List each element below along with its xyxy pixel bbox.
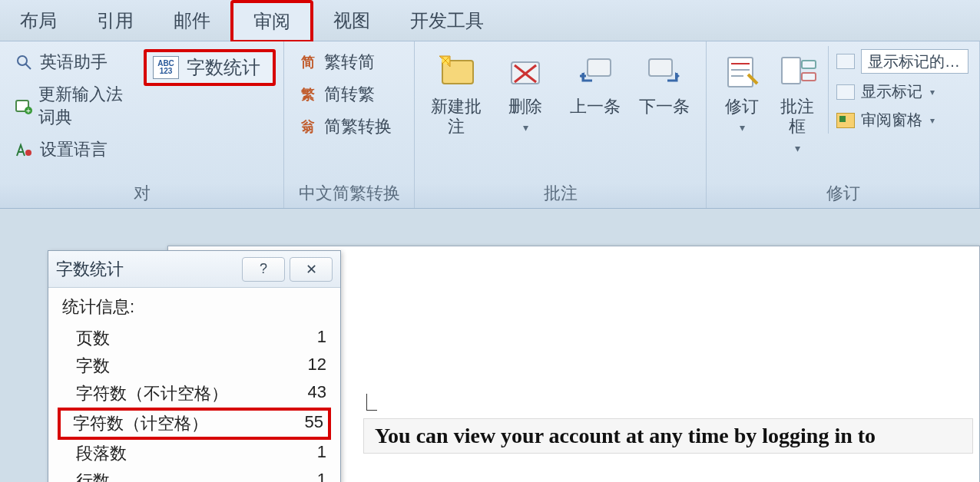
balloons-button[interactable]: 批注框 ▾ xyxy=(770,46,825,157)
stat-label: 行数 xyxy=(76,470,110,482)
ime-icon: + xyxy=(14,97,32,115)
stat-row-lines: 行数 1 xyxy=(62,467,326,482)
dialog-help-button[interactable]: ? xyxy=(242,257,285,282)
track-changes-label: 修订 xyxy=(725,97,759,117)
tab-layout[interactable]: 布局 xyxy=(0,2,77,39)
text-cursor xyxy=(366,394,377,411)
prev-icon xyxy=(574,49,617,92)
display-for-review-dropdown[interactable]: 显示标记的… xyxy=(833,46,972,77)
tab-view[interactable]: 视图 xyxy=(313,2,390,39)
chevron-down-icon: ▾ xyxy=(930,115,935,126)
svg-rect-14 xyxy=(649,59,672,76)
set-language-label: 设置语言 xyxy=(40,138,108,161)
balloons-icon xyxy=(776,49,819,92)
chevron-down-icon: ▾ xyxy=(523,121,528,134)
group-caption-proofing: 对 xyxy=(8,179,276,206)
new-comment-button[interactable]: 新建批注 xyxy=(422,46,490,140)
svg-point-5 xyxy=(25,150,31,156)
stat-value: 12 xyxy=(308,355,326,378)
tab-review[interactable]: 审阅 xyxy=(230,0,313,43)
prev-comment-button[interactable]: 上一条 xyxy=(561,46,629,120)
group-caption-comments: 批注 xyxy=(422,179,698,206)
convert-label: 简繁转换 xyxy=(324,115,392,138)
simp-icon: 简 xyxy=(298,53,318,71)
new-comment-label: 新建批注 xyxy=(425,97,487,137)
next-comment-label: 下一条 xyxy=(639,97,690,117)
dialog-title: 字数统计 xyxy=(56,258,237,281)
svg-rect-12 xyxy=(588,59,611,76)
trad-to-simp-button[interactable]: 简 繁转简 xyxy=(292,46,406,78)
svg-rect-21 xyxy=(802,61,816,68)
trad-icon: 繁 xyxy=(298,85,318,104)
selected-text[interactable]: You can view your account at any time by… xyxy=(363,418,973,454)
convert-button[interactable]: 翁 简繁转换 xyxy=(292,111,406,143)
svg-line-1 xyxy=(25,64,31,69)
research-icon xyxy=(14,53,34,71)
stat-label: 页数 xyxy=(76,327,110,350)
stat-row-words: 字数 12 xyxy=(62,352,326,380)
svg-text:+: + xyxy=(26,107,31,115)
chevron-down-icon: ▾ xyxy=(930,87,935,97)
track-changes-icon xyxy=(720,49,763,92)
convert-icon: 翁 xyxy=(298,117,318,136)
dialog-close-button[interactable]: ✕ xyxy=(290,257,333,282)
delete-comment-label: 删除 xyxy=(508,97,542,117)
stat-label: 字数 xyxy=(76,355,110,378)
word-count-icon: ABC123 xyxy=(153,56,179,79)
show-markup-button[interactable]: 显示标记 ▾ xyxy=(833,78,972,105)
svg-rect-20 xyxy=(782,58,800,84)
stat-row-paragraphs: 段落数 1 xyxy=(62,440,326,467)
reviewing-pane-button[interactable]: 审阅窗格 ▾ xyxy=(833,107,972,134)
stat-row-chars-nospace: 字符数（不计空格） 43 xyxy=(62,380,326,408)
word-count-dialog: 字数统计 ? ✕ 统计信息: 页数 1 字数 12 字符数（不计空格） 43 字… xyxy=(48,250,341,482)
show-markup-icon xyxy=(836,84,855,100)
update-ime-dict-button[interactable]: + 更新输入法词典 xyxy=(8,78,144,134)
prev-comment-label: 上一条 xyxy=(570,97,621,117)
menu-tab-bar: 布局 引用 邮件 审阅 视图 开发工具 xyxy=(0,0,980,41)
group-caption-tracking: 修订 xyxy=(714,179,972,206)
stat-label: 字符数（不计空格） xyxy=(76,382,228,405)
svg-rect-22 xyxy=(802,73,816,81)
ribbon-group-comments: 新建批注 删除 ▾ 上一条 下一条 批注 xyxy=(415,41,707,208)
stat-value: 1 xyxy=(317,470,326,482)
reviewing-pane-label: 审阅窗格 xyxy=(861,110,922,130)
delete-icon xyxy=(504,49,547,92)
chevron-down-icon: ▾ xyxy=(740,121,745,134)
dialog-body: 统计信息: 页数 1 字数 12 字符数（不计空格） 43 字符数（计空格） 5… xyxy=(48,288,340,482)
track-changes-button[interactable]: 修订 ▾ xyxy=(714,46,770,137)
stat-value: 1 xyxy=(317,442,326,465)
tab-mailings[interactable]: 邮件 xyxy=(154,2,230,39)
reviewing-pane-icon xyxy=(836,113,855,128)
stats-header: 统计信息: xyxy=(62,295,326,319)
simp-to-trad-button[interactable]: 繁 简转繁 xyxy=(292,78,406,111)
ribbon-group-tracking: 修订 ▾ 批注框 ▾ 显示标记的… 显示标记 ▾ xyxy=(707,41,980,208)
simp-to-trad-label: 简转繁 xyxy=(324,83,375,106)
delete-comment-button[interactable]: 删除 ▾ xyxy=(492,46,559,137)
show-markup-label: 显示标记 xyxy=(861,81,922,102)
ribbon-group-chinese-conv: 简 繁转简 繁 简转繁 翁 简繁转换 中文简繁转换 xyxy=(284,41,415,208)
stat-value: 43 xyxy=(308,382,326,405)
stat-label: 字符数（计空格） xyxy=(73,412,208,435)
trad-to-simp-label: 繁转简 xyxy=(324,51,375,74)
next-icon xyxy=(643,49,686,92)
stat-row-chars-space: 字符数（计空格） 55 xyxy=(58,408,331,440)
display-icon xyxy=(836,54,855,69)
help-icon: ? xyxy=(260,261,267,277)
ribbon-group-proofing: 英语助手 + 更新输入法词典 设置语言 xyxy=(0,41,284,208)
new-comment-icon xyxy=(435,49,478,92)
word-count-label: 字数统计 xyxy=(187,55,260,80)
dialog-titlebar[interactable]: 字数统计 ? ✕ xyxy=(48,251,340,288)
english-assistant-button[interactable]: 英语助手 xyxy=(8,46,144,78)
display-for-review-value: 显示标记的… xyxy=(861,49,968,74)
group-caption-chinese-conv: 中文简繁转换 xyxy=(292,179,406,206)
stat-row-pages: 页数 1 xyxy=(62,325,326,352)
ribbon: 英语助手 + 更新输入法词典 设置语言 xyxy=(0,41,980,209)
stat-value: 55 xyxy=(305,412,323,435)
next-comment-button[interactable]: 下一条 xyxy=(631,46,698,120)
tab-developer[interactable]: 开发工具 xyxy=(390,2,504,39)
set-language-button[interactable]: 设置语言 xyxy=(8,134,144,166)
tab-references[interactable]: 引用 xyxy=(77,2,154,39)
stat-value: 1 xyxy=(317,327,326,350)
word-count-button[interactable]: ABC123 字数统计 xyxy=(144,49,276,86)
chevron-down-icon: ▾ xyxy=(795,142,800,154)
